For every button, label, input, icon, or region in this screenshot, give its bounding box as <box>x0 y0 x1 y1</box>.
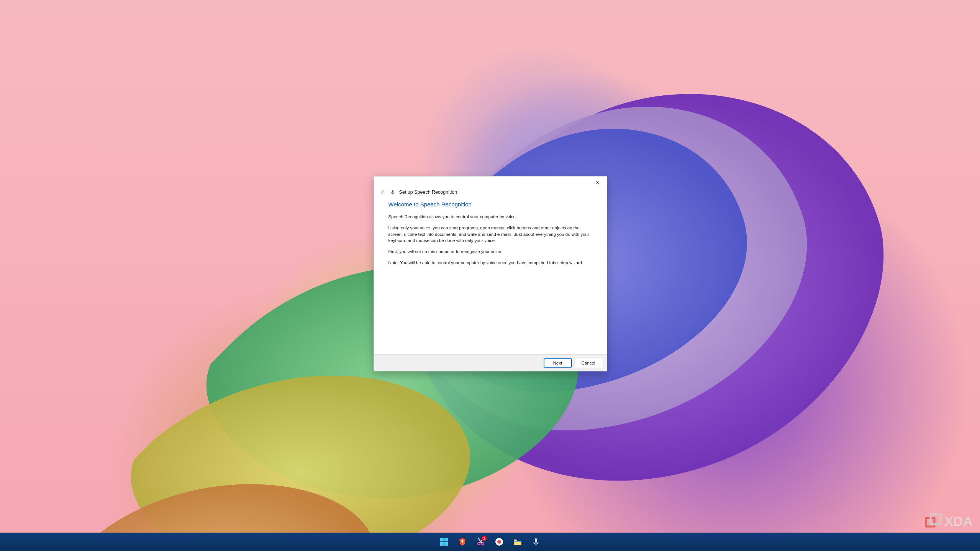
dialog-paragraph-3: First, you will set up this computer to … <box>388 249 592 255</box>
dialog-paragraph-1: Speech Recognition allows you to control… <box>388 214 592 220</box>
dialog-titlebar <box>374 177 607 189</box>
next-button-label-rest: ext <box>556 361 562 365</box>
xda-logo-icon <box>924 513 942 530</box>
svg-rect-13 <box>535 538 537 543</box>
close-icon <box>596 181 600 185</box>
windows-logo-icon <box>439 537 449 546</box>
svg-rect-12 <box>514 541 521 542</box>
microphone-icon <box>531 537 541 546</box>
close-button[interactable] <box>590 177 605 188</box>
taskbar: 2 <box>0 533 980 551</box>
svg-rect-7 <box>444 542 448 546</box>
xda-watermark: XDA <box>924 513 973 530</box>
arrow-left-icon <box>380 190 385 195</box>
folder-icon <box>513 537 522 546</box>
xda-watermark-text: XDA <box>944 514 973 529</box>
dialog-paragraph-4: Note: You will be able to control your c… <box>388 260 592 266</box>
notification-badge: 2 <box>482 536 487 541</box>
svg-rect-6 <box>440 542 444 546</box>
taskbar-brave-browser[interactable] <box>455 534 470 549</box>
dialog-body: Welcome to Speech Recognition Speech Rec… <box>374 198 607 354</box>
dialog-footer: Next Cancel <box>374 354 607 371</box>
brave-icon <box>458 537 467 546</box>
record-icon <box>495 537 504 546</box>
dialog-heading: Welcome to Speech Recognition <box>388 201 592 208</box>
taskbar-file-explorer[interactable] <box>510 534 525 549</box>
svg-rect-3 <box>931 514 941 524</box>
svg-rect-5 <box>444 538 448 541</box>
back-button[interactable] <box>379 189 386 196</box>
start-button[interactable] <box>436 534 452 549</box>
dialog-paragraph-2: Using only your voice, you can start pro… <box>388 225 592 244</box>
microphone-icon <box>390 190 395 195</box>
svg-rect-0 <box>392 190 393 193</box>
taskbar-screen-recorder[interactable] <box>492 534 507 549</box>
svg-point-11 <box>497 540 501 544</box>
next-button[interactable]: Next <box>544 359 572 367</box>
taskbar-snipping-tool[interactable]: 2 <box>473 534 488 549</box>
cancel-button[interactable]: Cancel <box>575 359 602 367</box>
wizard-title: Set up Speech Recognition <box>399 190 457 195</box>
svg-rect-4 <box>440 538 444 541</box>
dialog-header: Set up Speech Recognition <box>374 189 607 198</box>
taskbar-speech-recognition[interactable] <box>528 534 544 549</box>
speech-recognition-wizard-dialog: Set up Speech Recognition Welcome to Spe… <box>374 176 607 371</box>
